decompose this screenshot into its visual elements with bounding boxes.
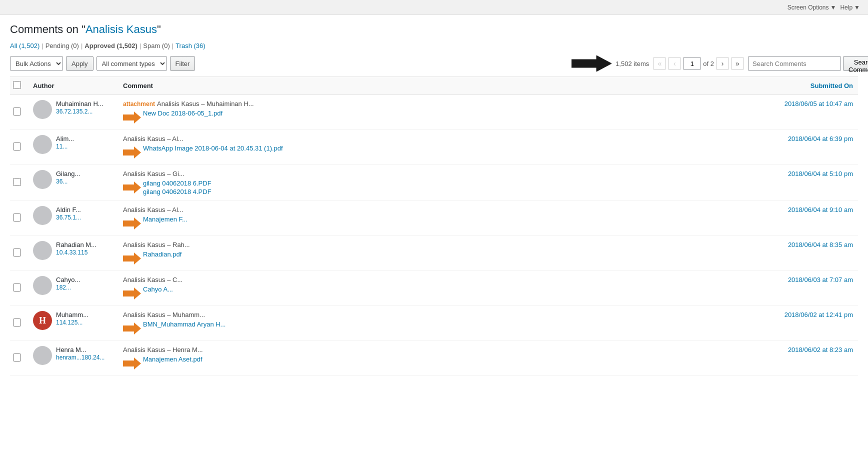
row-checkbox[interactable] [13, 284, 21, 292]
comment-header: Comment [118, 77, 748, 95]
comment-content: Rahadian.pdf [123, 250, 743, 266]
table-row: Alim...11...Analisis Kasus – Al...WhatsA… [10, 130, 858, 165]
filter-approved[interactable]: Approved (1,502) [84, 42, 138, 50]
comment-content: WhatsApp Image 2018-06-04 at 20.45.31 (1… [123, 144, 743, 160]
post-title: Analisis Kasus – Gi... [123, 170, 743, 178]
comment-cell: attachmentAnalisis Kasus – Muhaiminan H.… [118, 95, 748, 130]
apply-button[interactable]: Apply [66, 56, 94, 71]
table-row: Gilang...36...Analisis Kasus – Gi...gila… [10, 165, 858, 201]
comment-cell: Analisis Kasus – C...Cahyo A... [118, 271, 748, 306]
comment-content: Cahyo A... [123, 286, 743, 300]
comment-file-link[interactable]: Cahyo A... [143, 286, 173, 293]
items-count: 1,502 items [616, 60, 649, 68]
submitted-cell: 2018/06/04 at 8:35 am [748, 236, 858, 271]
post-title-link[interactable]: Analisis Kasus [86, 23, 157, 36]
help-button[interactable]: Help ▼ [840, 4, 860, 11]
author-ip[interactable]: henram... [56, 354, 82, 361]
post-title: Analisis Kasus – Rah... [123, 241, 743, 248]
author-text: Muhaiminan H...36.72.135.2... [56, 100, 104, 115]
orange-arrow-icon [123, 356, 141, 370]
prev-page-button[interactable]: ‹ [668, 57, 681, 70]
submitted-cell: 2018/06/02 at 12:41 pm [748, 306, 858, 341]
table-row: Aldin F...36.75.1...Analisis Kasus – Al.… [10, 201, 858, 236]
current-page-input[interactable]: 1 [683, 57, 701, 70]
row-checkbox-cell [10, 341, 28, 376]
row-checkbox[interactable] [13, 178, 21, 186]
avatar [33, 135, 52, 154]
filter-trash[interactable]: Trash (36) [176, 42, 206, 50]
search-input[interactable] [748, 56, 841, 71]
author-ip2[interactable]: 180.24... [82, 354, 105, 361]
row-checkbox[interactable] [13, 214, 21, 222]
check-all-checkbox[interactable] [13, 81, 21, 89]
row-checkbox[interactable] [13, 248, 21, 256]
top-bar: Screen Options ▼ Help ▼ [0, 0, 868, 15]
table-header-row: Author Comment Submitted On [10, 77, 858, 95]
row-checkbox[interactable] [13, 354, 21, 362]
author-ip[interactable]: 36... [56, 178, 68, 185]
comment-file-link[interactable]: WhatsApp Image 2018-06-04 at 20.45.31 (1… [143, 144, 283, 152]
comment-file-link[interactable]: Rahadian.pdf [143, 250, 182, 258]
page-title-prefix: Comments on " [10, 23, 86, 36]
author-ip[interactable]: 182... [56, 284, 71, 291]
comment-file-link[interactable]: gilang 04062018 4.PDF [143, 188, 212, 196]
submitted-cell: 2018/06/03 at 7:07 am [748, 271, 858, 306]
comment-links: WhatsApp Image 2018-06-04 at 20.45.31 (1… [143, 144, 283, 152]
main-content: Comments on "Analisis Kasus" All (1,502)… [0, 15, 868, 472]
author-info: Alim...11... [33, 135, 113, 154]
comment-links: BMN_Muhammad Aryan H... [143, 320, 226, 328]
avatar [33, 170, 52, 189]
comment-file-link[interactable]: BMN_Muhammad Aryan H... [143, 320, 226, 328]
author-cell: HMuhamm...114.125... [28, 306, 118, 341]
search-button[interactable]: Search Comments [843, 56, 868, 71]
filter-pending-label: Pending (0) [46, 42, 79, 50]
comment-content: New Doc 2018-06-05_1.pdf [123, 110, 743, 124]
orange-arrow-icon [123, 146, 141, 160]
author-text: Cahyo...182... [56, 276, 80, 291]
comment-links: Manajemen Aset.pdf [143, 356, 202, 363]
comment-cell: Analisis Kasus – Henra M...Manajemen Ase… [118, 341, 748, 376]
author-ip[interactable]: 36.72.135.2... [56, 108, 92, 115]
comment-content: gilang 04062018 6.PDFgilang 04062018 4.P… [123, 180, 743, 196]
author-info: Cahyo...182... [33, 276, 113, 295]
row-checkbox[interactable] [13, 318, 21, 326]
comment-cell: Analisis Kasus – Muhamm...BMN_Muhammad A… [118, 306, 748, 341]
comment-file-link[interactable]: Manajemen F... [143, 216, 188, 223]
filter-button[interactable]: Filter [170, 56, 196, 71]
screen-options-label: Screen Options [788, 4, 829, 11]
svg-marker-1 [123, 112, 141, 124]
author-text: Gilang...36... [56, 170, 80, 185]
first-page-button[interactable]: « [653, 57, 666, 70]
author-cell: Gilang...36... [28, 165, 118, 201]
table-row: HMuhamm...114.125...Analisis Kasus – Muh… [10, 306, 858, 341]
author-text: Alim...11... [56, 135, 74, 150]
author-info: Gilang...36... [33, 170, 113, 189]
row-checkbox[interactable] [13, 142, 21, 150]
author-ip[interactable]: 10.4.33.115 [56, 249, 88, 256]
author-cell: Muhaiminan H...36.72.135.2... [28, 95, 118, 130]
submitted-header: Submitted On [748, 77, 858, 95]
next-page-button[interactable]: › [716, 57, 729, 70]
author-ip[interactable]: 36.75.1... [56, 214, 81, 221]
author-ip[interactable]: 11... [56, 143, 68, 150]
svg-marker-4 [123, 218, 141, 230]
comment-links: Manajemen F... [143, 216, 188, 223]
submitted-cell: 2018/06/04 at 5:10 pm [748, 165, 858, 201]
bulk-actions-select[interactable]: Bulk Actions [10, 56, 63, 71]
comment-file-link[interactable]: Manajemen Aset.pdf [143, 356, 202, 363]
row-checkbox[interactable] [13, 108, 21, 116]
comment-file-link[interactable]: New Doc 2018-06-05_1.pdf [143, 110, 222, 117]
table-row: Rahadian M...10.4.33.115Analisis Kasus –… [10, 236, 858, 271]
comment-file-link[interactable]: gilang 04062018 6.PDF [143, 180, 212, 187]
last-page-button[interactable]: » [731, 57, 744, 70]
screen-options-button[interactable]: Screen Options ▼ [788, 4, 836, 11]
check-all-header [10, 77, 28, 95]
author-header: Author [28, 77, 118, 95]
svg-marker-0 [572, 56, 612, 72]
comment-types-select[interactable]: All comment types [96, 56, 167, 71]
filter-all[interactable]: All (1,502) [10, 42, 40, 50]
row-checkbox-cell [10, 271, 28, 306]
submitted-cell: 2018/06/02 at 8:23 am [748, 341, 858, 376]
author-text: Aldin F...36.75.1... [56, 206, 81, 221]
author-ip[interactable]: 114.125... [56, 319, 82, 326]
